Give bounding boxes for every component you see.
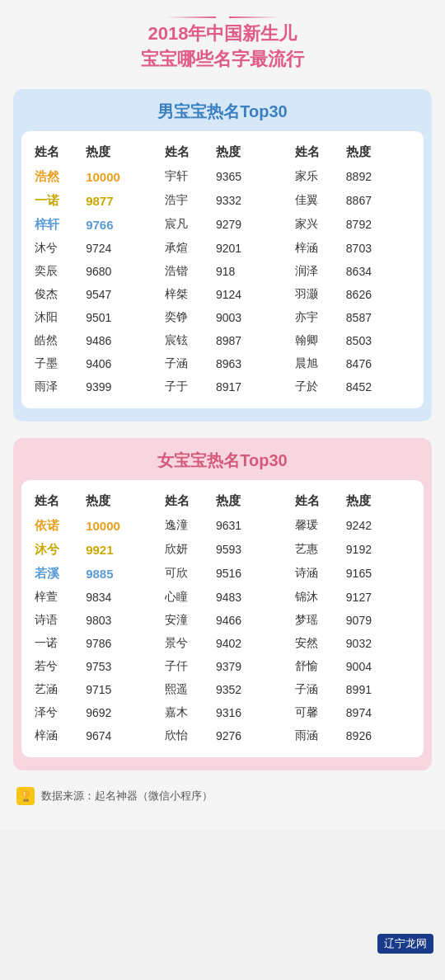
girls-name-col3: 雨涵 (292, 724, 343, 747)
table-row: 梓萱 9834 心瞳 9483 锦沐 9127 (31, 586, 414, 609)
girls-heat-col3: 9192 (343, 538, 414, 562)
girls-col-spacer-1 (153, 487, 162, 514)
girls-name-col2: 嘉木 (162, 701, 213, 724)
girls-col-header-3: 姓名 (162, 487, 213, 514)
boys-header-row: 姓名 热度 姓名 热度 姓名 热度 (31, 138, 414, 165)
girls-heat-col1: 9715 (82, 678, 153, 701)
girls-heat-col1: 9834 (82, 586, 153, 609)
girls-name-col1: 诗语 (31, 609, 82, 632)
boys-name-col2: 梓桀 (162, 283, 213, 306)
girls-heat-col2: 9352 (213, 678, 283, 701)
girls-name-col1: 依诺 (31, 514, 82, 538)
boys-heat-col3: 8476 (343, 352, 414, 375)
girls-name-col3: 安然 (292, 632, 343, 655)
boys-name-col1: 浩然 (31, 165, 82, 189)
boys-name-col3: 翰卿 (292, 329, 343, 352)
boys-heat-col1: 9724 (82, 237, 153, 260)
boys-heat-col2: 9124 (213, 283, 283, 306)
girls-name-col2: 可欣 (162, 562, 213, 586)
boys-name-col2: 宇轩 (162, 165, 213, 189)
girls-heat-col2: 9379 (213, 655, 283, 678)
boys-col-header-5: 姓名 (292, 138, 343, 165)
title-line2: 宝宝哪些名字最流行 (13, 47, 432, 73)
girls-section-title: 女宝宝热名Top30 (13, 438, 432, 480)
title-line1: 2018年中国新生儿 (13, 21, 432, 47)
boys-heat-col2: 8917 (213, 375, 283, 398)
girls-heat-col2: 9402 (213, 632, 283, 655)
boys-name-col2: 宸凡 (162, 213, 213, 237)
girls-name-col2: 熙遥 (162, 678, 213, 701)
girls-header-row: 姓名 热度 姓名 热度 姓名 热度 (31, 487, 414, 514)
girls-name-col1: 艺涵 (31, 678, 82, 701)
girls-name-col2: 欣怡 (162, 724, 213, 747)
boys-heat-col3: 8587 (343, 306, 414, 329)
boys-heat-col2: 9201 (213, 237, 283, 260)
boys-heat-col1: 9399 (82, 375, 153, 398)
boys-name-col2: 子于 (162, 375, 213, 398)
girls-name-col1: 沐兮 (31, 538, 82, 562)
girls-name-col1: 梓涵 (31, 724, 82, 747)
boys-heat-col2: 9332 (213, 189, 283, 213)
girls-section: 女宝宝热名Top30 姓名 热度 姓名 热度 姓名 热度 (13, 438, 432, 770)
girls-heat-col1: 9674 (82, 724, 153, 747)
source-icon: 🏆 (16, 787, 35, 805)
boys-heat-col2: 918 (213, 260, 283, 283)
table-row: 俊杰 9547 梓桀 9124 羽灏 8626 (31, 283, 414, 306)
boys-heat-col1: 9766 (82, 213, 153, 237)
boys-name-col3: 家乐 (292, 165, 343, 189)
boys-heat-col3: 8867 (343, 189, 414, 213)
girls-heat-col2: 9316 (213, 701, 283, 724)
girls-heat-col3: 9165 (343, 562, 414, 586)
boys-heat-col3: 8703 (343, 237, 414, 260)
table-row: 艺涵 9715 熙遥 9352 子涵 8991 (31, 678, 414, 701)
boys-col-header-2: 热度 (82, 138, 153, 165)
girls-name-col1: 若兮 (31, 655, 82, 678)
girls-name-col3: 梦瑶 (292, 609, 343, 632)
boys-heat-col3: 8452 (343, 375, 414, 398)
table-row: 诗语 9803 安潼 9466 梦瑶 9079 (31, 609, 414, 632)
girls-name-col3: 艺惠 (292, 538, 343, 562)
table-row: 泽兮 9692 嘉木 9316 可馨 8974 (31, 701, 414, 724)
girls-name-col3: 舒愉 (292, 655, 343, 678)
girls-name-col2: 安潼 (162, 609, 213, 632)
boys-table: 姓名 热度 姓名 热度 姓名 热度 浩然 10000 宇轩 9365 (31, 138, 414, 398)
girls-heat-col1: 9803 (82, 609, 153, 632)
girls-heat-col3: 8974 (343, 701, 414, 724)
girls-heat-col1: 9753 (82, 655, 153, 678)
boys-heat-col2: 9279 (213, 213, 283, 237)
girls-name-col2: 心瞳 (162, 586, 213, 609)
boys-name-col3: 亦宇 (292, 306, 343, 329)
boys-col-spacer-1 (153, 138, 162, 165)
boys-heat-col2: 8963 (213, 352, 283, 375)
boys-name-col1: 俊杰 (31, 283, 82, 306)
source-bar: 🏆 数据来源：起名神器（微信小程序） (13, 787, 432, 805)
girls-col-header-2: 热度 (82, 487, 153, 514)
boys-heat-col1: 9501 (82, 306, 153, 329)
source-text: 数据来源：起名神器（微信小程序） (41, 789, 213, 803)
boys-heat-col3: 8634 (343, 260, 414, 283)
boys-heat-col1: 9547 (82, 283, 153, 306)
girls-name-col2: 子仟 (162, 655, 213, 678)
boys-name-col2: 浩宇 (162, 189, 213, 213)
boys-name-col1: 一诺 (31, 189, 82, 213)
boys-name-col2: 子涵 (162, 352, 213, 375)
boys-name-col3: 羽灏 (292, 283, 343, 306)
table-row: 若溪 9885 可欣 9516 诗涵 9165 (31, 562, 414, 586)
boys-heat-col1: 10000 (82, 165, 153, 189)
table-row: 雨泽 9399 子于 8917 子於 8452 (31, 375, 414, 398)
boys-name-col1: 皓然 (31, 329, 82, 352)
girls-col-header-6: 热度 (343, 487, 414, 514)
girls-heat-col3: 9127 (343, 586, 414, 609)
girls-heat-col1: 10000 (82, 514, 153, 538)
table-row: 皓然 9486 宸铉 8987 翰卿 8503 (31, 329, 414, 352)
girls-table: 姓名 热度 姓名 热度 姓名 热度 依诺 10000 逸潼 9631 (31, 487, 414, 747)
table-row: 一诺 9877 浩宇 9332 佳翼 8867 (31, 189, 414, 213)
girls-col-header-1: 姓名 (31, 487, 82, 514)
girls-name-col1: 梓萱 (31, 586, 82, 609)
girls-heat-col3: 9079 (343, 609, 414, 632)
table-row: 依诺 10000 逸潼 9631 馨瑗 9242 (31, 514, 414, 538)
girls-heat-col3: 9004 (343, 655, 414, 678)
boys-heat-col1: 9406 (82, 352, 153, 375)
boys-name-col1: 雨泽 (31, 375, 82, 398)
girls-heat-col1: 9885 (82, 562, 153, 586)
